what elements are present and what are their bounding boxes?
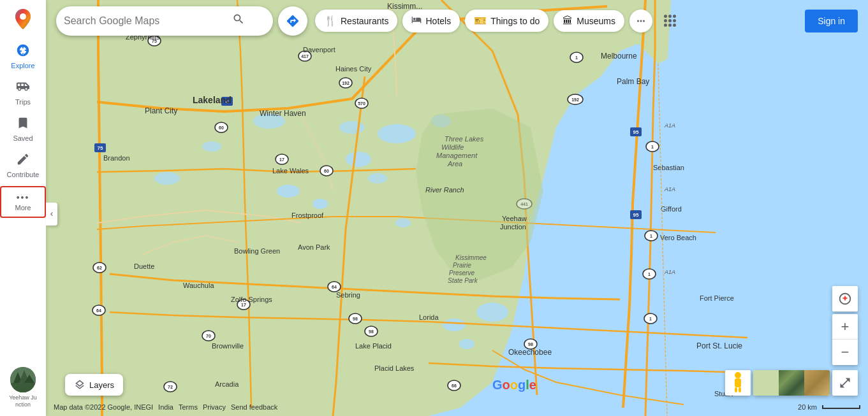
- compass-button[interactable]: [832, 286, 858, 312]
- expand-map-button[interactable]: [832, 370, 858, 396]
- trips-icon: [16, 80, 30, 97]
- svg-text:192: 192: [342, 81, 349, 85]
- pill-things-to-do[interactable]: 🎫 Things to do: [465, 10, 548, 32]
- search-button[interactable]: [230, 10, 247, 31]
- layers-label: Layers: [89, 380, 114, 390]
- museums-icon: 🏛: [563, 15, 573, 27]
- saved-icon: [16, 116, 30, 133]
- svg-text:64: 64: [96, 308, 101, 313]
- svg-text:95: 95: [633, 129, 639, 135]
- explore-icon: [16, 43, 30, 61]
- user-avatar[interactable]: Yeehaw Junction: [9, 367, 37, 408]
- collapse-sidebar-button[interactable]: [46, 203, 57, 226]
- google-maps-logo[interactable]: [10, 6, 36, 32]
- svg-point-13: [443, 319, 466, 331]
- zoom-controls: + −: [832, 314, 858, 365]
- privacy-link[interactable]: Privacy: [203, 403, 226, 411]
- map-terrain-thumb: [804, 370, 830, 396]
- contribute-label: Contribute: [7, 171, 40, 178]
- svg-text:River Ranch: River Ranch: [425, 186, 464, 194]
- map-data-text: Map data ©2022 Google, INEGI: [54, 403, 153, 411]
- restaurants-icon: 🍴: [324, 15, 337, 27]
- contribute-icon: [16, 152, 30, 169]
- map-background: 4 75 95 95 75 60 17 570 60 192 441 1: [46, 0, 868, 416]
- sidebar: Explore Trips Saved Contribute ••• More: [0, 0, 46, 416]
- sidebar-item-saved[interactable]: Saved: [0, 111, 46, 147]
- svg-rect-128: [739, 387, 741, 392]
- svg-text:Okeechobee: Okeechobee: [508, 348, 552, 357]
- svg-text:Junction: Junction: [500, 223, 526, 231]
- google-logo: Google: [492, 377, 543, 396]
- map-type-selector[interactable]: [753, 370, 830, 396]
- map-controls: + −: [832, 286, 858, 365]
- signin-button[interactable]: Sign in: [805, 10, 858, 32]
- svg-text:Lorida: Lorida: [419, 313, 439, 321]
- nav-pills: 🍴 Restaurants Hotels 🎫 Things to do 🏛 Mu…: [315, 10, 652, 32]
- bottom-controls: [725, 370, 858, 396]
- svg-text:17: 17: [241, 303, 246, 307]
- svg-text:Vero Beach: Vero Beach: [660, 234, 696, 241]
- directions-button[interactable]: [278, 6, 307, 36]
- search-input[interactable]: [64, 15, 230, 27]
- pill-museums-label: Museums: [577, 16, 615, 26]
- search-box[interactable]: [56, 6, 273, 36]
- svg-text:60: 60: [219, 126, 224, 130]
- svg-text:Davenport: Davenport: [303, 46, 335, 54]
- svg-text:570: 570: [358, 101, 365, 106]
- svg-text:A1A: A1A: [664, 269, 675, 275]
- svg-text:72: 72: [168, 385, 173, 389]
- svg-text:Haines City: Haines City: [335, 65, 372, 73]
- svg-text:1: 1: [575, 55, 578, 60]
- svg-text:Winter Haven: Winter Haven: [260, 109, 306, 118]
- sidebar-item-contribute[interactable]: Contribute: [0, 147, 46, 183]
- svg-text:Preserve: Preserve: [449, 269, 474, 276]
- trips-label: Trips: [15, 98, 31, 106]
- pill-hotels-label: Hotels: [425, 16, 451, 26]
- svg-text:Kissimmee: Kissimmee: [455, 254, 487, 261]
- terms-link[interactable]: Terms: [179, 403, 198, 411]
- svg-text:Management: Management: [436, 152, 478, 159]
- svg-point-15: [339, 121, 365, 134]
- zoom-in-button[interactable]: +: [832, 314, 858, 340]
- svg-text:64: 64: [332, 285, 337, 289]
- grid-dots-icon: [664, 15, 676, 27]
- svg-text:95: 95: [633, 212, 639, 218]
- svg-text:98: 98: [353, 317, 358, 321]
- svg-text:Placid Lakes: Placid Lakes: [374, 364, 415, 372]
- explore-label: Explore: [11, 62, 34, 69]
- svg-text:66: 66: [452, 384, 457, 388]
- svg-text:Plant City: Plant City: [145, 106, 177, 115]
- more-label: More: [15, 204, 31, 212]
- svg-text:60: 60: [324, 169, 329, 173]
- more-pills-button[interactable]: [629, 10, 652, 32]
- pill-restaurants[interactable]: 🍴 Restaurants: [315, 10, 397, 32]
- svg-text:Brownville: Brownville: [212, 342, 244, 350]
- svg-text:Avon Park: Avon Park: [298, 243, 330, 251]
- google-apps-button[interactable]: [658, 8, 683, 34]
- layers-button[interactable]: Layers: [65, 374, 123, 396]
- svg-text:1: 1: [651, 145, 654, 149]
- pill-hotels[interactable]: Hotels: [402, 10, 460, 32]
- svg-text:Port St. Lucie: Port St. Lucie: [696, 341, 742, 350]
- map-container[interactable]: 4 75 95 95 75 60 17 570 60 192 441 1: [46, 0, 868, 416]
- svg-text:Yeehaw: Yeehaw: [502, 215, 527, 222]
- send-feedback-link[interactable]: Send feedback: [231, 403, 277, 411]
- pill-museums[interactable]: 🏛 Museums: [554, 10, 624, 32]
- avatar-image: [10, 367, 36, 392]
- sidebar-item-trips[interactable]: Trips: [0, 75, 46, 111]
- india-link[interactable]: India: [158, 403, 173, 411]
- svg-text:1: 1: [648, 272, 651, 276]
- svg-text:Wauchula: Wauchula: [183, 282, 214, 289]
- zoom-out-button[interactable]: −: [832, 340, 858, 365]
- sidebar-item-explore[interactable]: Explore: [0, 38, 46, 75]
- svg-rect-126: [735, 378, 741, 387]
- street-view-button[interactable]: [725, 370, 751, 396]
- svg-text:Zolfo Springs: Zolfo Springs: [231, 296, 272, 303]
- svg-point-8: [346, 152, 371, 167]
- svg-point-20: [154, 172, 180, 185]
- svg-text:417: 417: [301, 54, 309, 59]
- svg-point-12: [476, 303, 508, 322]
- svg-text:Melbourne: Melbourne: [601, 52, 637, 61]
- sidebar-item-more[interactable]: ••• More: [0, 186, 46, 218]
- svg-text:75: 75: [98, 145, 103, 151]
